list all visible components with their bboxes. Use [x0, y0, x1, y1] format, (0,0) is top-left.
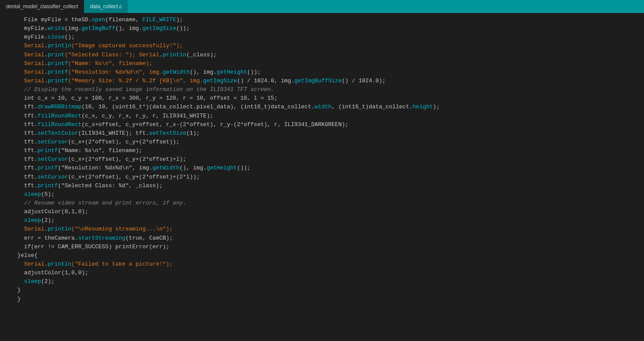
code-segment: Serial [24, 77, 45, 85]
code-segment: (), img. [190, 68, 217, 77]
code-line: tft.setTextColor(ILI9341_WHITE); tft.set… [0, 129, 644, 138]
code-segment [17, 216, 24, 225]
code-segment: sleep [24, 190, 41, 199]
code-line: Serial.printf("Memory Size: %.2f / %.2f … [0, 77, 644, 85]
code-line: myFile.write(img.getImgBuff(), img.getIm… [0, 24, 644, 33]
code-segment: width [315, 103, 332, 111]
code-segment: (5); [41, 190, 55, 199]
code-segment: ("Failed to take a picture!"); [71, 260, 173, 269]
code-segment: (2); [41, 277, 55, 286]
code-segment: myFile. [17, 33, 48, 42]
code-line: tft.setCursor(c_x+(2*offset), c_y+(2*off… [0, 155, 644, 164]
code-segment: printf [38, 146, 58, 155]
code-segment: } [17, 286, 21, 295]
code-segment [17, 42, 24, 50]
code-segment: // Display the recently saved image info… [17, 85, 274, 94]
code-area: File myFile = theSD.open(filename, FILE_… [0, 13, 644, 341]
code-segment: // Resume video stream and print errors,… [17, 199, 186, 208]
code-segment: ("Image captured successfully!"); [71, 42, 183, 50]
tab-label-1: dental_model_classifier_collect [6, 3, 78, 10]
code-segment: printf [48, 77, 68, 85]
code-line: tft.fillRoundRect(c_x, c_y, r_x, r_y, r,… [0, 112, 644, 120]
code-segment: , (int16_t)data_collect. [332, 103, 413, 111]
code-segment: getImgSize [142, 24, 176, 33]
code-segment: . [44, 59, 48, 68]
code-segment: (true, CamCB); [126, 234, 173, 243]
code-segment: File myFile = theSD. [17, 16, 92, 24]
code-line: tft.printf("Name: %s\n", filename); [0, 146, 644, 155]
code-segment: ("\nResuming streaming...\n"); [71, 225, 173, 234]
code-segment [17, 277, 24, 286]
code-segment: getHeight [217, 68, 247, 77]
code-segment: close [48, 33, 65, 42]
code-segment: setCursor [38, 138, 68, 146]
code-segment: printf [48, 68, 68, 77]
code-segment: ("Name: %s\n", filename); [58, 146, 142, 155]
code-segment: (), img. [115, 24, 142, 33]
code-line: tft.drawRGBBitmap(10, 10, (uint16_t*)(da… [0, 103, 644, 111]
code-segment: ("Resolution: %dx%d\n", img. [58, 164, 152, 172]
code-segment: getImgSize [203, 77, 237, 85]
code-segment: . [44, 42, 48, 50]
code-line: sleep(2); [0, 216, 644, 225]
code-segment: ()); [247, 68, 261, 77]
code-line: tft.printf("Resolution: %dx%d\n", img.ge… [0, 164, 644, 172]
code-segment: println [48, 225, 71, 234]
tab-label-2: data_collect.c [90, 3, 122, 10]
code-segment: () / 1024.0, img. [237, 77, 294, 85]
code-segment: ); [176, 16, 183, 24]
code-segment: printf [38, 182, 58, 190]
code-segment: print [48, 51, 65, 59]
code-segment: printf [38, 164, 58, 172]
code-segment: ()); [237, 164, 250, 172]
code-segment: Serial [24, 225, 45, 234]
code-segment: write [48, 24, 65, 33]
code-segment [17, 190, 24, 199]
code-segment: println [48, 42, 71, 50]
code-segment: ("Selected Class: "); [65, 51, 139, 59]
code-segment: ("Resolution: %dx%d\n", img. [68, 68, 162, 77]
code-segment: int c_x = 10, c_y = 100, r_x = 300, r_y … [17, 94, 278, 103]
code-segment: Serial [139, 51, 159, 59]
code-line: Serial.printf("Name: %s\n", filename); [0, 59, 644, 68]
code-segment: fillRoundRect [38, 120, 81, 129]
code-segment: adjustColor(1,0,0); [17, 269, 88, 277]
code-segment: setTextSize [149, 129, 186, 138]
code-segment: sleep [24, 277, 41, 286]
code-segment: (ILI9341_WHITE); tft. [78, 129, 149, 138]
code-segment: . [159, 51, 163, 59]
code-segment: (c_x+offset, c_y+offset, r_x-(2*offset),… [81, 120, 348, 129]
code-segment: getImgBuffSize [294, 77, 342, 85]
code-segment: printf [48, 59, 68, 68]
tab-dental-model[interactable]: dental_model_classifier_collect [0, 0, 84, 13]
code-line: } [0, 295, 644, 304]
code-segment: setCursor [38, 155, 68, 164]
code-segment: tft. [17, 112, 38, 120]
code-line: tft.setCursor(c_x+(2*offset), c_y+(2*off… [0, 138, 644, 146]
code-line: myFile.close(); [0, 33, 644, 42]
code-segment: ); [433, 103, 440, 111]
code-segment: println [163, 51, 187, 59]
code-line: }else{ [0, 251, 644, 260]
code-segment: FILE_WRITE [142, 16, 176, 24]
code-segment: setCursor [38, 173, 68, 182]
code-segment: myFile. [17, 24, 48, 33]
code-segment: } [17, 295, 21, 304]
tab-data-collect[interactable]: data_collect.c [84, 0, 128, 13]
code-segment: Serial [24, 260, 45, 269]
code-segment: (c_x+(2*offset), c_y+(2*offset)+l); [68, 155, 186, 164]
code-segment: ("Memory Size: %.2f / %.2f [KB]\n", img. [68, 77, 203, 85]
code-segment: () / 1024.0); [342, 77, 385, 85]
code-segment: getWidth [162, 68, 189, 77]
code-segment: (c_x+(2*offset), c_y+(2*offset)+(2*l)); [68, 173, 200, 182]
code-segment: . [44, 68, 48, 77]
code-segment: setTextColor [38, 129, 78, 138]
code-segment: Serial [24, 51, 45, 59]
code-segment: println [48, 260, 71, 269]
code-line: } [0, 286, 644, 295]
code-segment [17, 225, 24, 234]
code-segment: (img. [65, 24, 81, 33]
code-line: Serial.printf("Resolution: %dx%d\n", img… [0, 68, 644, 77]
code-segment: ("Selected Class: %d", _class); [58, 182, 163, 190]
code-segment: sleep [24, 216, 41, 225]
